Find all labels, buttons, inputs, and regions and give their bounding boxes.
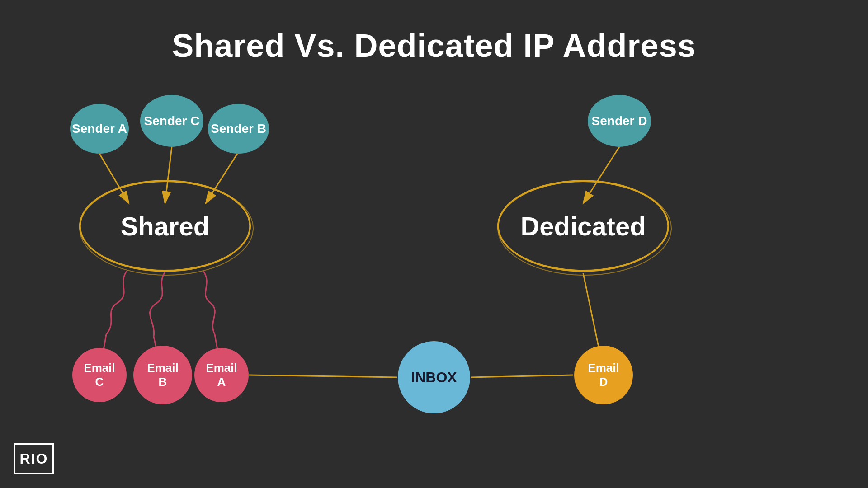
email-d-bubble: EmailD <box>574 346 633 404</box>
diagram-area: Sender A Sender C Sender B Sender D Shar… <box>0 81 868 488</box>
svg-line-13 <box>471 375 573 377</box>
sender-c-bubble: Sender C <box>140 95 203 147</box>
inbox-bubble: INBOX <box>398 341 470 413</box>
sender-b-bubble: Sender B <box>208 104 269 154</box>
shared-ip-ellipse: Shared <box>79 181 251 271</box>
sender-d-bubble: Sender D <box>588 95 651 147</box>
email-c-bubble: EmailC <box>72 348 127 402</box>
svg-line-12 <box>249 375 397 377</box>
arrows-svg <box>0 81 868 488</box>
rio-logo: RIO <box>14 443 54 474</box>
sender-a-bubble: Sender A <box>70 104 129 154</box>
email-b-bubble: EmailB <box>133 346 192 404</box>
dedicated-ip-ellipse: Dedicated <box>497 181 669 271</box>
page-title: Shared Vs. Dedicated IP Address <box>0 0 868 64</box>
email-a-bubble: EmailA <box>194 348 249 402</box>
